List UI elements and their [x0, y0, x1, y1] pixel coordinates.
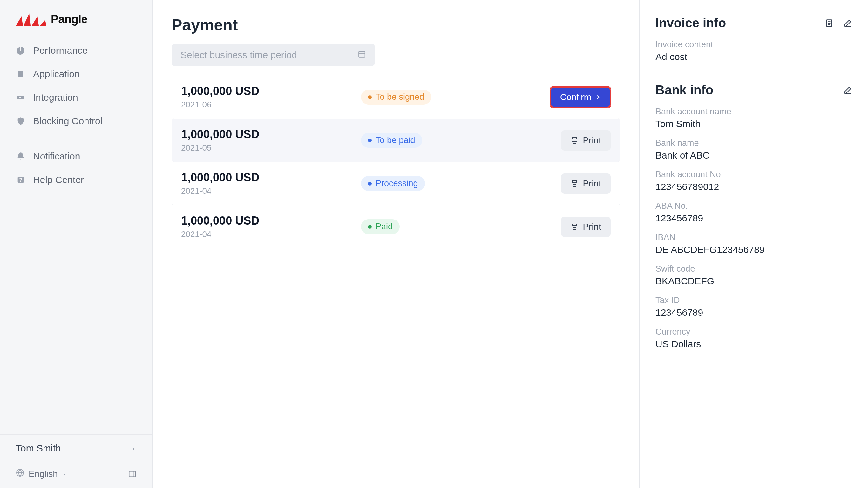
- payment-date: 2021-04: [181, 230, 361, 239]
- sidebar-item-label: Performance: [33, 45, 88, 56]
- payment-row[interactable]: 1,000,000 USD 2021-04 Paid Print: [172, 205, 620, 248]
- payment-date: 2021-06: [181, 100, 361, 110]
- bank-field-value: Bank of ABC: [655, 150, 852, 161]
- bank-field-value: BKABCDEFG: [655, 276, 852, 286]
- bank-field-label: Bank account No.: [655, 170, 852, 180]
- logo: Pangle: [0, 0, 152, 36]
- svg-marker-2: [32, 16, 39, 26]
- svg-rect-12: [359, 52, 365, 57]
- integration-icon: [16, 93, 25, 102]
- printer-icon: [570, 136, 578, 144]
- edit-icon[interactable]: [843, 86, 852, 95]
- sidebar-item-label: Help Center: [33, 175, 84, 185]
- bank-info-header: Bank info: [655, 83, 852, 97]
- confirm-button[interactable]: Confirm: [550, 87, 611, 108]
- document-icon: [16, 69, 25, 79]
- bank-field-label: Currency: [655, 327, 852, 337]
- logo-text: Pangle: [51, 13, 87, 26]
- language-selector[interactable]: English: [0, 462, 152, 488]
- user-menu[interactable]: Tom Smith: [0, 435, 152, 462]
- language-label: English: [29, 469, 58, 479]
- payment-amount: 1,000,000 USD: [181, 171, 361, 184]
- print-button[interactable]: Print: [561, 174, 611, 194]
- status-dot-icon: [368, 139, 372, 142]
- sidebar-item-help-center[interactable]: ? Help Center: [0, 168, 152, 191]
- bank-field-label: Bank account name: [655, 107, 852, 117]
- status-text: To be signed: [376, 92, 424, 102]
- sidebar-item-performance[interactable]: Performance: [0, 39, 152, 62]
- svg-marker-3: [40, 20, 46, 26]
- sidebar-footer: Tom Smith English: [0, 434, 152, 488]
- svg-rect-6: [19, 97, 21, 98]
- calendar-icon: [358, 50, 366, 60]
- bank-field-label: ABA No.: [655, 201, 852, 211]
- sidebar-item-blocking-control[interactable]: Blocking Control: [0, 109, 152, 133]
- logo-icon: [16, 13, 48, 26]
- bank-field: IBAN DE ABCDEFG123456789: [655, 233, 852, 255]
- bank-field-value: US Dollars: [655, 339, 852, 349]
- invoice-content-label: Invoice content: [655, 40, 852, 50]
- edit-icon[interactable]: [843, 19, 852, 28]
- status-text: To be paid: [376, 135, 415, 145]
- svg-rect-4: [18, 71, 23, 77]
- print-button[interactable]: Print: [561, 217, 611, 237]
- bank-field-value: 123456789012: [655, 181, 852, 192]
- sidebar-item-label: Integration: [33, 92, 78, 103]
- status-badge: Processing: [361, 176, 425, 191]
- print-button[interactable]: Print: [561, 130, 611, 151]
- sidebar-item-label: Notification: [33, 151, 80, 162]
- bank-field: Bank name Bank of ABC: [655, 138, 852, 161]
- payment-row[interactable]: 1,000,000 USD 2021-06 To be signed Confi…: [172, 75, 620, 119]
- bank-field: Bank account No. 123456789012: [655, 170, 852, 192]
- status-text: Paid: [376, 222, 393, 232]
- status-badge: To be signed: [361, 90, 431, 104]
- payment-amount: 1,000,000 USD: [181, 214, 361, 227]
- chevron-right-icon: [595, 94, 601, 100]
- payment-amount: 1,000,000 USD: [181, 85, 361, 98]
- confirm-label: Confirm: [560, 92, 591, 102]
- collapse-icon[interactable]: [128, 470, 136, 478]
- status-dot-icon: [368, 225, 372, 229]
- status-badge: To be paid: [361, 133, 422, 148]
- chevron-right-icon: [131, 443, 136, 454]
- print-label: Print: [583, 135, 601, 146]
- svg-rect-10: [129, 471, 135, 477]
- bank-field-value: Tom Smith: [655, 119, 852, 129]
- invoice-info-title: Invoice info: [655, 16, 726, 30]
- bank-field: Tax ID 123456789: [655, 296, 852, 318]
- invoice-info-header: Invoice info: [655, 16, 852, 30]
- sidebar-item-label: Blocking Control: [33, 116, 102, 126]
- payment-date: 2021-04: [181, 186, 361, 196]
- panel-divider: [655, 71, 852, 71]
- shield-icon: [16, 116, 25, 126]
- right-panel: Invoice info Invoice content Ad cost Ban…: [639, 0, 868, 488]
- bank-field-value: 123456789: [655, 213, 852, 224]
- nav-list: Performance Application Integration Bloc…: [0, 36, 152, 434]
- print-label: Print: [583, 222, 601, 232]
- bank-field-label: Bank name: [655, 138, 852, 148]
- payment-amount: 1,000,000 USD: [181, 128, 361, 141]
- printer-icon: [570, 223, 578, 231]
- chevron-down-icon: [62, 469, 67, 479]
- status-badge: Paid: [361, 219, 400, 234]
- date-placeholder: Select business time period: [181, 50, 297, 60]
- payment-row[interactable]: 1,000,000 USD 2021-05 To be paid Print: [172, 119, 620, 162]
- date-range-picker[interactable]: Select business time period: [172, 44, 375, 66]
- bank-field: ABA No. 123456789: [655, 201, 852, 224]
- status-text: Processing: [376, 179, 418, 188]
- sidebar-item-integration[interactable]: Integration: [0, 86, 152, 109]
- document-icon[interactable]: [825, 19, 834, 28]
- status-dot-icon: [368, 95, 372, 99]
- printer-icon: [570, 180, 578, 187]
- sidebar-item-notification[interactable]: Notification: [0, 145, 152, 168]
- pie-chart-icon: [16, 46, 25, 55]
- bell-icon: [16, 152, 25, 161]
- bank-field: Bank account name Tom Smith: [655, 107, 852, 129]
- bank-field-label: Swift code: [655, 264, 852, 274]
- sidebar-item-application[interactable]: Application: [0, 62, 152, 86]
- help-icon: ?: [16, 175, 25, 185]
- sidebar: Pangle Performance Application Integrati…: [0, 0, 153, 488]
- sidebar-item-label: Application: [33, 69, 80, 80]
- bank-info-title: Bank info: [655, 83, 713, 97]
- payment-row[interactable]: 1,000,000 USD 2021-04 Processing Print: [172, 162, 620, 205]
